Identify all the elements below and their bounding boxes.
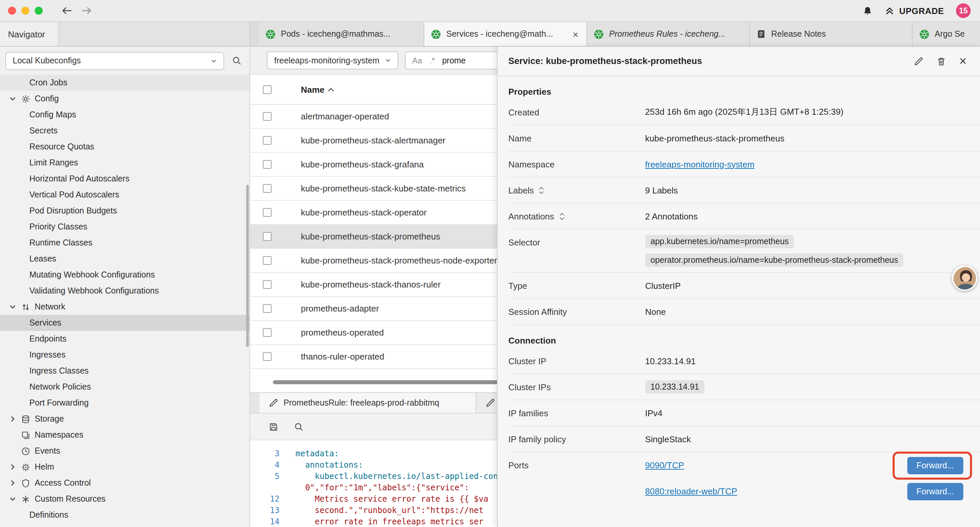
- editor-search-icon[interactable]: [294, 422, 304, 431]
- close-drawer-icon[interactable]: ×: [959, 55, 967, 67]
- property-label: Labels: [508, 185, 645, 195]
- row-checkbox[interactable]: [263, 328, 272, 337]
- select-all-checkbox[interactable]: [263, 85, 272, 94]
- forward-button[interactable]: Forward...: [907, 482, 963, 500]
- row-checkbox[interactable]: [263, 352, 272, 361]
- sort-ascending-icon[interactable]: [328, 87, 334, 92]
- sidebar-item-custom-resources[interactable]: Custom Resources: [0, 491, 250, 507]
- sort-toggle-icon[interactable]: [539, 186, 545, 194]
- namespace-filter-select[interactable]: freeleaps-monitoring-system: [267, 51, 398, 69]
- chevron-down-icon[interactable]: [10, 96, 16, 102]
- row-checkbox[interactable]: [263, 160, 272, 169]
- row-checkbox[interactable]: [263, 304, 272, 313]
- sidebar-item-network-policies[interactable]: Network Policies: [0, 379, 250, 395]
- tab-label: Argo Se: [935, 29, 980, 39]
- row-checkbox[interactable]: [263, 208, 272, 217]
- upgrade-button[interactable]: UPGRADE: [885, 6, 944, 16]
- service-name: prometheus-operated: [301, 328, 384, 338]
- close-tab-icon[interactable]: ×: [571, 29, 580, 40]
- chevron-right-icon[interactable]: [10, 416, 16, 422]
- port-link[interactable]: 9090/TCP: [645, 460, 684, 470]
- tab-pods-icecheng-mathmas[interactable]: Pods - icecheng@mathmas...: [259, 22, 424, 46]
- chevron-right-icon[interactable]: [10, 463, 16, 470]
- namespace-link[interactable]: freeleaps-monitoring-system: [645, 159, 754, 169]
- kubeconfig-select[interactable]: Local Kubeconfigs: [5, 52, 224, 70]
- sidebar-item-label: Events: [35, 446, 60, 455]
- sidebar-item-leases[interactable]: Leases: [0, 251, 250, 267]
- sidebar-item-port-forwarding[interactable]: Port Forwarding: [0, 395, 250, 411]
- sidebar-item-validating-webhook-configurations[interactable]: Validating Webhook Configurations: [0, 283, 250, 299]
- release-notes-icon: [757, 29, 766, 39]
- tab-prometheus-rules-icecheng[interactable]: Prometheus Rules - icecheng...: [587, 22, 750, 46]
- sidebar-item-priority-classes[interactable]: Priority Classes: [0, 219, 250, 235]
- row-checkbox[interactable]: [263, 232, 272, 241]
- chevron-down-icon[interactable]: [10, 304, 16, 310]
- property-value: 9 Labels: [645, 185, 963, 195]
- row-checkbox[interactable]: [263, 280, 272, 289]
- sidebar-item-runtime-classes[interactable]: Runtime Classes: [0, 235, 250, 251]
- sidebar-item-events[interactable]: Events: [0, 443, 250, 459]
- notifications-bell-icon[interactable]: [862, 6, 873, 16]
- row-checkbox[interactable]: [263, 184, 272, 193]
- forward-button[interactable]: [81, 6, 92, 15]
- sidebar-item-horizontal-pod-autoscalers[interactable]: Horizontal Pod Autoscalers: [0, 171, 250, 187]
- name-column-header[interactable]: Name: [301, 84, 325, 94]
- value-badge: app.kubernetes.io/name=prometheus: [645, 235, 794, 248]
- upgrade-label: UPGRADE: [899, 6, 944, 16]
- navigator-label: Navigator: [8, 29, 45, 39]
- chevron-right-icon[interactable]: [10, 480, 16, 486]
- row-checkbox[interactable]: [263, 112, 272, 121]
- badge-list: 10.233.14.91: [645, 375, 705, 399]
- regex-toggle[interactable]: .*: [429, 56, 434, 65]
- sidebar-item-mutating-webhook-configurations[interactable]: Mutating Webhook Configurations: [0, 267, 250, 283]
- kubeconfig-select-value: Local Kubeconfigs: [13, 56, 81, 65]
- sidebar-item-cron-jobs[interactable]: Cron Jobs: [0, 75, 250, 91]
- user-avatar[interactable]: [952, 266, 977, 291]
- sidebar-item-limit-ranges[interactable]: Limit Ranges: [0, 155, 250, 171]
- sidebar-item-storage[interactable]: Storage: [0, 411, 250, 427]
- row-checkbox[interactable]: [263, 256, 272, 265]
- sidebar-search-icon[interactable]: [232, 56, 242, 65]
- back-button[interactable]: [61, 6, 73, 15]
- sidebar-item-ingress-classes[interactable]: Ingress Classes: [0, 363, 250, 379]
- dock-tab-prometheusrule[interactable]: PrometheusRule: freeleaps-prod-rabbitmq: [259, 393, 476, 413]
- sidebar-item-config-maps[interactable]: Config Maps: [0, 107, 250, 123]
- sidebar-item-config[interactable]: Config: [0, 91, 250, 107]
- sort-toggle-icon[interactable]: [559, 212, 565, 220]
- edit-service-icon[interactable]: [914, 56, 923, 66]
- minimize-window-button[interactable]: [21, 7, 29, 15]
- chevron-down-icon[interactable]: [10, 496, 16, 502]
- tab-argo-se[interactable]: Argo Se: [913, 22, 980, 46]
- sidebar-item-access-control[interactable]: Access Control: [0, 475, 250, 491]
- sidebar-item-namespaces[interactable]: Namespaces: [0, 427, 250, 443]
- search-query-text: prome: [442, 56, 466, 65]
- tab-release-notes[interactable]: Release Notes: [750, 22, 913, 46]
- navigator-tab[interactable]: Navigator: [0, 22, 59, 46]
- save-icon[interactable]: [269, 422, 278, 431]
- sidebar-item-helm[interactable]: Helm: [0, 459, 250, 475]
- sidebar-item-endpoints[interactable]: Endpoints: [0, 331, 250, 347]
- row-checkbox[interactable]: [263, 136, 272, 145]
- port-link[interactable]: 8080:reloader-web/TCP: [645, 486, 737, 496]
- sidebar-item-label: Namespaces: [35, 430, 83, 439]
- sidebar-item-resource-quotas[interactable]: Resource Quotas: [0, 139, 250, 155]
- sidebar-item-network[interactable]: Network: [0, 299, 250, 315]
- notification-count-badge[interactable]: 15: [956, 3, 970, 18]
- sidebar-item-vertical-pod-autoscalers[interactable]: Vertical Pod Autoscalers: [0, 187, 250, 203]
- sidebar-item-pod-disruption-budgets[interactable]: Pod Disruption Budgets: [0, 203, 250, 219]
- forward-button[interactable]: Forward...: [907, 457, 963, 474]
- tab-services-icecheng-math[interactable]: Services - icecheng@math...×: [424, 22, 587, 46]
- sidebar-item-definitions[interactable]: Definitions: [0, 507, 250, 523]
- namespace-filter-value: freeleaps-monitoring-system: [274, 56, 379, 65]
- service-details-drawer: Service: kube-prometheus-stack-prometheu…: [497, 47, 980, 527]
- property-row-ip-family-policy: IP family policySingleStack: [508, 426, 980, 452]
- fullscreen-window-button[interactable]: [35, 7, 43, 15]
- delete-service-icon[interactable]: [937, 56, 946, 66]
- sidebar-item-label: Definitions: [29, 510, 68, 520]
- sidebar-item-services[interactable]: Services: [0, 315, 250, 331]
- sidebar-item-secrets[interactable]: Secrets: [0, 123, 250, 139]
- sidebar-scrollbar[interactable]: [246, 185, 249, 347]
- match-case-toggle[interactable]: Aa: [412, 56, 422, 65]
- close-window-button[interactable]: [8, 7, 16, 15]
- sidebar-item-ingresses[interactable]: Ingresses: [0, 347, 250, 363]
